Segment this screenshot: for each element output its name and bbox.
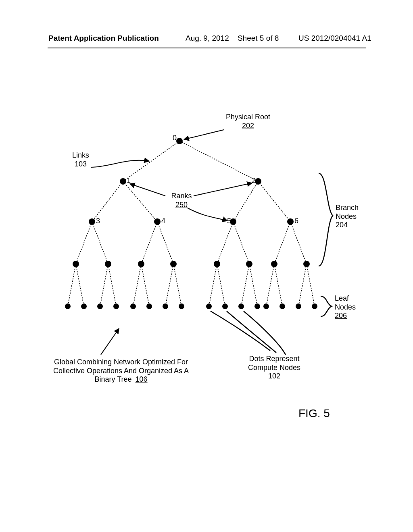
header-rule <box>48 48 366 48</box>
label-ranks-ref: 250 <box>175 201 188 210</box>
arrow-links <box>91 160 149 167</box>
node-label-5: 5 <box>227 217 231 225</box>
svg-point-31 <box>105 261 111 267</box>
tree-nodes <box>65 138 317 309</box>
node-label-3: 3 <box>96 217 100 225</box>
label-physical-root-text: Physical Root <box>218 113 278 122</box>
svg-point-46 <box>206 303 212 309</box>
svg-point-48 <box>238 303 244 309</box>
label-leaf-nodes: Leaf Nodes 206 <box>335 294 367 320</box>
svg-line-18 <box>133 264 141 306</box>
arrow-ranks-left <box>130 184 165 196</box>
svg-point-49 <box>254 303 260 309</box>
svg-point-35 <box>246 261 252 267</box>
svg-line-20 <box>165 264 173 306</box>
svg-point-44 <box>163 303 168 309</box>
label-branch-nodes-text: Branch Nodes <box>336 204 372 221</box>
svg-line-6 <box>76 222 92 264</box>
label-branch-nodes: Branch Nodes 204 <box>336 204 372 230</box>
label-global-caption: Global Combining Network Optimized For C… <box>48 358 194 384</box>
svg-point-43 <box>146 303 152 309</box>
header-date-sheet: Aug. 9, 2012 Sheet 5 of 8 <box>186 34 279 43</box>
svg-point-36 <box>271 261 277 267</box>
node-1 <box>120 178 126 185</box>
svg-point-50 <box>263 303 269 309</box>
svg-line-24 <box>241 264 249 306</box>
svg-line-28 <box>298 264 307 306</box>
svg-line-1 <box>179 141 258 181</box>
svg-point-38 <box>65 303 71 309</box>
label-dots-represent-text: Dots Represent Compute Nodes <box>234 355 315 372</box>
label-links-text: Links <box>67 151 95 160</box>
svg-line-8 <box>141 222 157 264</box>
node-label-0: 0 <box>173 134 177 142</box>
label-branch-nodes-ref: 204 <box>336 221 348 230</box>
label-leaf-nodes-ref: 206 <box>335 312 347 320</box>
node-label-2: 2 <box>252 177 256 185</box>
svg-line-11 <box>233 222 249 264</box>
svg-point-51 <box>280 303 285 309</box>
label-ranks-text: Ranks <box>165 192 198 201</box>
svg-point-45 <box>179 303 184 309</box>
curve-compute-nodes-3 <box>244 311 286 355</box>
figure-label: FIG. 5 <box>298 407 330 420</box>
binary-tree-diagram: 0 1 2 3 4 5 6 Physical Root 202 Links 10… <box>44 105 375 403</box>
label-physical-root-ref: 202 <box>242 122 254 131</box>
svg-line-19 <box>141 264 149 306</box>
node-label-1: 1 <box>127 177 131 185</box>
svg-line-22 <box>209 264 217 306</box>
svg-line-16 <box>100 264 108 306</box>
arrow-ranks-right <box>194 183 252 196</box>
svg-line-23 <box>217 264 225 306</box>
label-ranks: Ranks 250 <box>165 192 198 209</box>
svg-line-5 <box>258 181 290 222</box>
svg-line-26 <box>266 264 274 306</box>
svg-line-7 <box>92 222 108 264</box>
svg-point-30 <box>73 261 79 267</box>
svg-line-17 <box>108 264 116 306</box>
svg-line-10 <box>217 222 233 264</box>
label-global-caption-text: Global Combining Network Optimized For C… <box>53 358 189 383</box>
brace-leaf-nodes <box>321 296 332 316</box>
arrow-physical-root <box>184 130 224 139</box>
arrow-global-caption <box>101 328 119 355</box>
svg-line-4 <box>233 181 258 222</box>
brace-branch-nodes <box>319 173 333 266</box>
header-date: Aug. 9, 2012 <box>186 34 229 42</box>
node-label-4: 4 <box>161 217 165 225</box>
node-2 <box>255 178 261 185</box>
header-sheet: Sheet 5 of 8 <box>238 34 279 42</box>
svg-line-14 <box>68 264 76 306</box>
svg-point-39 <box>81 303 87 309</box>
svg-line-25 <box>249 264 257 306</box>
svg-point-52 <box>296 303 301 309</box>
node-label-6: 6 <box>294 217 298 225</box>
svg-line-2 <box>92 181 123 222</box>
svg-line-29 <box>307 264 315 306</box>
node-3 <box>89 218 95 225</box>
label-links: Links 103 <box>67 151 95 168</box>
svg-line-15 <box>76 264 84 306</box>
svg-line-21 <box>173 264 181 306</box>
node-0 <box>176 138 183 144</box>
header-publication-type: Patent Application Publication <box>48 34 159 43</box>
svg-point-37 <box>303 261 310 267</box>
svg-line-12 <box>274 222 290 264</box>
svg-point-33 <box>170 261 177 267</box>
svg-point-40 <box>97 303 103 309</box>
svg-line-27 <box>274 264 282 306</box>
svg-point-41 <box>113 303 119 309</box>
label-dots-represent-ref: 102 <box>268 372 280 381</box>
svg-point-32 <box>138 261 144 267</box>
label-physical-root: Physical Root 202 <box>218 113 278 130</box>
header-pubnum: US 2012/0204041 A1 <box>298 34 371 43</box>
label-links-ref: 103 <box>75 160 87 169</box>
svg-point-42 <box>130 303 136 309</box>
svg-line-9 <box>157 222 173 264</box>
svg-point-53 <box>312 303 317 309</box>
svg-line-0 <box>123 141 179 181</box>
svg-line-13 <box>290 222 307 264</box>
svg-point-47 <box>222 303 228 309</box>
arrow-ranks-down <box>188 208 227 221</box>
label-dots-represent: Dots Represent Compute Nodes 102 <box>234 355 315 381</box>
